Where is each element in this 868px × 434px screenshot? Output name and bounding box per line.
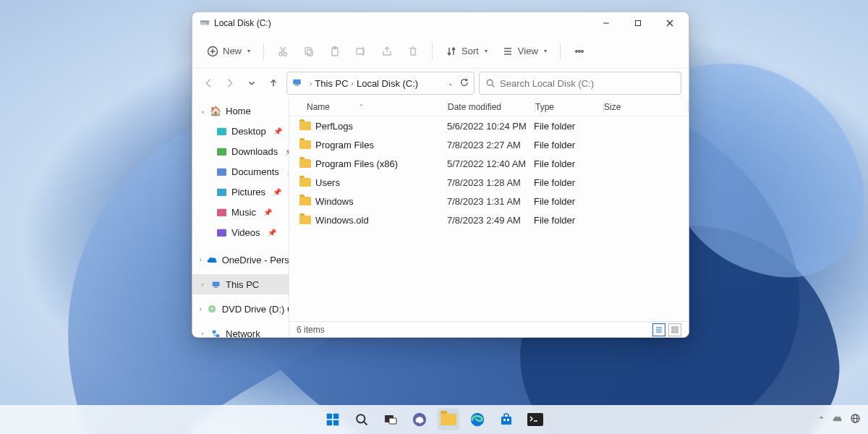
video-icon bbox=[216, 226, 227, 238]
address-bar[interactable]: › This PC › Local Disk (C:) ⌄ bbox=[286, 72, 475, 95]
collapse-icon[interactable]: ⌄ bbox=[200, 108, 205, 114]
network-tray-icon[interactable] bbox=[850, 413, 861, 427]
pc-icon bbox=[292, 77, 302, 90]
file-name: Users bbox=[315, 177, 340, 188]
onedrive-tray-icon[interactable] bbox=[832, 413, 843, 427]
sidebar-home[interactable]: ⌄ 🏠 Home bbox=[192, 101, 289, 121]
expand-icon[interactable]: › bbox=[200, 331, 205, 337]
cloud-icon bbox=[206, 254, 218, 265]
file-name: PerfLogs bbox=[315, 121, 353, 132]
sidebar-this-pc[interactable]: › This PC bbox=[192, 274, 289, 294]
paste-button[interactable] bbox=[323, 40, 346, 63]
refresh-button[interactable] bbox=[459, 77, 469, 90]
sidebar-quick-picture[interactable]: Pictures📌 bbox=[192, 182, 289, 202]
sidebar-quick-document[interactable]: Documents📌 bbox=[192, 161, 289, 182]
picture-icon bbox=[216, 186, 227, 197]
up-button[interactable] bbox=[265, 75, 282, 92]
svg-rect-2 bbox=[200, 20, 209, 22]
file-row[interactable]: Windows.old7/8/2023 2:49 AMFile folder bbox=[289, 210, 689, 229]
sidebar-label: Downloads bbox=[231, 146, 278, 157]
sidebar: ⌄ 🏠 Home Desktop📌Downloads📌Documents📌Pic… bbox=[192, 98, 289, 337]
new-button[interactable]: New ▾ bbox=[201, 40, 256, 63]
back-button[interactable] bbox=[200, 75, 217, 92]
task-view-button[interactable] bbox=[380, 409, 401, 430]
col-date[interactable]: Date modified bbox=[448, 102, 535, 112]
file-name: Program Files (x86) bbox=[315, 158, 398, 169]
search-icon bbox=[485, 78, 495, 88]
pin-icon: 📌 bbox=[268, 229, 276, 237]
edge-button[interactable] bbox=[467, 409, 488, 430]
expand-icon[interactable]: › bbox=[200, 281, 205, 288]
delete-button[interactable] bbox=[401, 40, 425, 63]
folder-icon bbox=[299, 178, 311, 187]
file-date: 7/8/2023 1:28 AM bbox=[447, 177, 534, 188]
view-button[interactable]: View ▾ bbox=[496, 40, 553, 63]
svg-rect-34 bbox=[217, 188, 226, 195]
col-size[interactable]: Size bbox=[604, 102, 688, 112]
titlebar[interactable]: Local Disk (C:) bbox=[192, 12, 689, 34]
start-button[interactable] bbox=[322, 409, 344, 430]
expand-icon[interactable]: › bbox=[200, 306, 202, 312]
file-type: File folder bbox=[534, 140, 602, 150]
terminal-button[interactable] bbox=[524, 409, 546, 430]
sidebar-network[interactable]: › Network bbox=[192, 323, 289, 337]
file-type: File folder bbox=[534, 158, 602, 169]
address-dropdown[interactable]: ⌄ bbox=[448, 80, 454, 87]
disk-icon bbox=[200, 17, 210, 30]
file-row[interactable]: Program Files (x86)5/7/2022 12:40 AMFile… bbox=[289, 154, 689, 173]
svg-point-40 bbox=[210, 308, 213, 310]
file-name: Program Files bbox=[315, 140, 374, 150]
sidebar-onedrive[interactable]: › OneDrive - Personal bbox=[192, 250, 289, 270]
sidebar-label: Pictures bbox=[231, 187, 265, 197]
column-headers: Name⌃ Date modified Type Size bbox=[289, 98, 689, 116]
sidebar-quick-desktop[interactable]: Desktop📌 bbox=[192, 121, 289, 141]
svg-rect-28 bbox=[295, 85, 299, 85]
file-type: File folder bbox=[534, 177, 602, 188]
rename-button[interactable] bbox=[349, 40, 373, 63]
file-row[interactable]: Users7/8/2023 1:28 AMFile folder bbox=[289, 173, 689, 192]
maximize-button[interactable] bbox=[622, 13, 654, 33]
sort-button[interactable]: Sort ▾ bbox=[440, 40, 493, 63]
share-button[interactable] bbox=[375, 40, 399, 63]
breadcrumb-root[interactable]: This PC bbox=[315, 78, 348, 89]
taskbar[interactable]: ⌃ bbox=[0, 405, 868, 434]
search-input[interactable] bbox=[500, 78, 675, 89]
taskbar-search[interactable] bbox=[351, 409, 373, 430]
file-date: 5/7/2022 12:40 AM bbox=[447, 158, 534, 169]
close-button[interactable] bbox=[654, 13, 686, 33]
minimize-button[interactable] bbox=[590, 13, 622, 33]
col-name[interactable]: Name⌃ bbox=[289, 102, 447, 112]
file-row[interactable]: Windows7/8/2023 1:31 AMFile folder bbox=[289, 192, 689, 210]
system-tray[interactable]: ⌃ bbox=[818, 413, 861, 427]
breadcrumb-leaf[interactable]: Local Disk (C:) bbox=[357, 78, 418, 89]
svg-rect-46 bbox=[672, 327, 674, 329]
thumbnails-view-button[interactable] bbox=[668, 323, 681, 336]
tray-overflow-icon[interactable]: ⌃ bbox=[818, 415, 825, 425]
file-type: File folder bbox=[534, 215, 602, 226]
svg-rect-36 bbox=[217, 229, 226, 236]
sidebar-quick-video[interactable]: Videos📌 bbox=[192, 222, 289, 242]
expand-icon[interactable]: › bbox=[200, 257, 202, 263]
sidebar-label: This PC bbox=[226, 279, 259, 290]
search-box[interactable] bbox=[479, 72, 681, 95]
cut-button[interactable] bbox=[271, 40, 294, 63]
copy-button[interactable] bbox=[297, 40, 320, 63]
svg-point-54 bbox=[357, 414, 365, 422]
sidebar-label: Network bbox=[226, 328, 260, 338]
pin-icon: 📌 bbox=[273, 188, 281, 196]
folder-icon bbox=[299, 140, 311, 149]
sidebar-quick-download[interactable]: Downloads📌 bbox=[192, 141, 289, 161]
col-type[interactable]: Type bbox=[535, 102, 603, 112]
more-button[interactable] bbox=[568, 40, 591, 63]
details-view-button[interactable] bbox=[652, 323, 665, 336]
recent-button[interactable] bbox=[243, 75, 260, 92]
sidebar-dvd[interactable]: › DVD Drive (D:) CCCOMA bbox=[192, 299, 289, 319]
file-explorer-taskbar[interactable] bbox=[438, 409, 459, 430]
chat-button[interactable] bbox=[409, 409, 430, 430]
sidebar-quick-music[interactable]: Music📌 bbox=[192, 202, 289, 222]
forward-button[interactable] bbox=[221, 75, 239, 92]
file-row[interactable]: Program Files7/8/2023 2:27 AMFile folder bbox=[289, 135, 689, 154]
store-button[interactable] bbox=[495, 409, 517, 430]
file-row[interactable]: PerfLogs5/6/2022 10:24 PMFile folder bbox=[289, 116, 689, 135]
svg-rect-52 bbox=[327, 420, 332, 425]
